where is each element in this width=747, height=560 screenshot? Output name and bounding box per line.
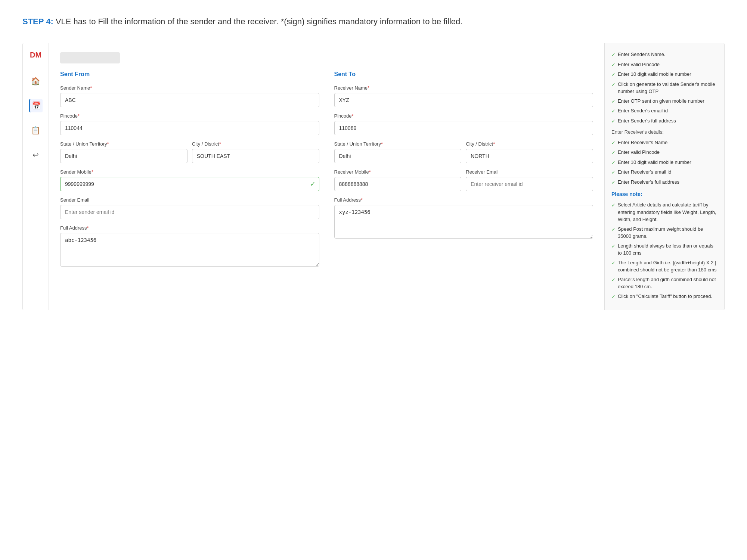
check-text: Enter Receiver's email id bbox=[618, 168, 671, 176]
check-text: Enter valid Pincode bbox=[618, 61, 660, 68]
sender-address-group: Full Address* abc-123456 bbox=[60, 225, 319, 268]
receiver-check-item: ✓Enter 10 digit valid mobile number bbox=[611, 159, 717, 167]
form-columns: Sent From Sender Name* Pincode* bbox=[60, 71, 593, 274]
check-text: Enter 10 digit valid mobile number bbox=[618, 159, 691, 166]
receiver-state-city-group: State / Union Territory* City / District… bbox=[334, 141, 593, 169]
sender-email-input[interactable] bbox=[60, 205, 319, 219]
check-tick: ✓ bbox=[611, 139, 616, 147]
note-item: ✓Select Article details and calculate ta… bbox=[611, 201, 717, 223]
receiver-city-input[interactable] bbox=[466, 149, 593, 163]
sender-pincode-label: Pincode* bbox=[60, 113, 319, 119]
sidebar-logo: DM bbox=[30, 51, 41, 59]
note-text: Speed Post maximum weight should be 3500… bbox=[618, 225, 717, 240]
receiver-name-label: Receiver Name* bbox=[334, 85, 593, 91]
note-text: Parcel's length and girth combined shoul… bbox=[618, 276, 717, 290]
step-text: VLE has to Fill the information of the s… bbox=[56, 17, 463, 26]
check-tick: ✓ bbox=[611, 98, 616, 105]
sent-to-column: Sent To Receiver Name* Pincode* bbox=[334, 71, 593, 274]
check-tick: ✓ bbox=[611, 276, 616, 284]
sender-name-label: Sender Name* bbox=[60, 85, 319, 91]
receiver-check-item: ✓Enter Receiver's Name bbox=[611, 139, 717, 147]
check-text: Enter Sender's Name. bbox=[618, 51, 666, 58]
receiver-address-label: Full Address* bbox=[334, 197, 593, 203]
check-tick: ✓ bbox=[611, 118, 616, 125]
sidebar: DM 🏠 📅 📋 ↩ bbox=[23, 43, 49, 310]
check-tick: ✓ bbox=[611, 202, 616, 209]
sidebar-icon-calendar[interactable]: 📅 bbox=[29, 99, 43, 112]
check-tick: ✓ bbox=[611, 259, 616, 267]
receiver-city-label: City / District* bbox=[466, 141, 593, 147]
check-text: Enter Sender's email id bbox=[618, 107, 668, 115]
sender-city-input[interactable] bbox=[192, 149, 319, 163]
right-panel: ✓Enter Sender's Name.✓Enter valid Pincod… bbox=[605, 43, 724, 310]
sender-name-group: Sender Name* bbox=[60, 85, 319, 107]
check-tick: ✓ bbox=[611, 293, 616, 301]
receiver-address-group: Full Address* xyz-123456 bbox=[334, 197, 593, 240]
receiver-mobile-label: Receiver Mobile* bbox=[334, 169, 462, 175]
sender-mobile-label: Sender Mobile* bbox=[60, 169, 319, 175]
check-tick: ✓ bbox=[611, 179, 616, 186]
step-header: STEP 4: VLE has to Fill the information … bbox=[22, 15, 725, 28]
sender-check-item: ✓Enter Sender's Name. bbox=[611, 51, 717, 59]
form-section: Sent From Sender Name* Pincode* bbox=[49, 43, 605, 310]
check-text: Enter Sender's full address bbox=[618, 117, 676, 125]
receiver-pincode-label: Pincode* bbox=[334, 113, 593, 119]
sender-pincode-input[interactable] bbox=[60, 121, 319, 135]
sender-state-group: State / Union Territory* bbox=[60, 141, 187, 163]
receiver-address-input[interactable]: xyz-123456 bbox=[334, 205, 593, 239]
sender-email-group: Sender Email bbox=[60, 197, 319, 219]
sender-check-item: ✓Enter Sender's email id bbox=[611, 107, 717, 115]
note-item: ✓The Length and Girth i.e. [(width+heigh… bbox=[611, 259, 717, 274]
check-text: Enter Receiver's Name bbox=[618, 139, 667, 146]
check-tick: ✓ bbox=[611, 108, 616, 115]
sender-mobile-input[interactable] bbox=[60, 177, 319, 191]
note-item: ✓Speed Post maximum weight should be 350… bbox=[611, 225, 717, 240]
note-text: Click on "Calculate Tariff" button to pr… bbox=[618, 293, 712, 300]
check-tick: ✓ bbox=[611, 61, 616, 69]
note-text: The Length and Girth i.e. [(width+height… bbox=[618, 259, 717, 274]
receiver-check-item: ✓Enter Receiver's full address bbox=[611, 178, 717, 186]
sender-check-item: ✓Enter Sender's full address bbox=[611, 117, 717, 125]
receiver-email-input[interactable] bbox=[466, 177, 593, 191]
check-tick: ✓ bbox=[611, 226, 616, 233]
receiver-state-input[interactable] bbox=[334, 149, 462, 163]
sender-address-input[interactable]: abc-123456 bbox=[60, 233, 319, 267]
sender-check-item: ✓Click on generate to validate Sender's … bbox=[611, 81, 717, 95]
content-area: Sent From Sender Name* Pincode* bbox=[49, 43, 724, 310]
note-item: ✓Length should always be less than or eq… bbox=[611, 242, 717, 257]
receiver-state-label: State / Union Territory* bbox=[334, 141, 462, 147]
check-tick: ✓ bbox=[611, 159, 616, 167]
receiver-check-item: ✓Enter valid Pincode bbox=[611, 149, 717, 156]
receiver-mobile-input[interactable] bbox=[334, 177, 462, 191]
sender-email-label: Sender Email bbox=[60, 197, 319, 203]
receiver-pincode-group: Pincode* bbox=[334, 113, 593, 135]
receiver-name-input[interactable] bbox=[334, 93, 593, 107]
sidebar-icon-home[interactable]: 🏠 bbox=[29, 74, 43, 88]
sender-state-input[interactable] bbox=[60, 149, 187, 163]
check-text: Enter OTP sent on given mobile number bbox=[618, 97, 704, 105]
receiver-pincode-input[interactable] bbox=[334, 121, 593, 135]
top-bar-placeholder bbox=[60, 52, 120, 63]
sender-state-label: State / Union Territory* bbox=[60, 141, 187, 147]
note-text: Select Article details and calculate tar… bbox=[618, 201, 717, 223]
note-text: Length should always be less than or equ… bbox=[618, 242, 717, 257]
sender-name-input[interactable] bbox=[60, 93, 319, 107]
check-text: Enter Receiver's full address bbox=[618, 178, 679, 186]
sidebar-icon-back[interactable]: ↩ bbox=[29, 148, 43, 162]
receiver-email-label: Receiver Email bbox=[466, 169, 593, 175]
sender-checks-container: ✓Enter Sender's Name.✓Enter valid Pincod… bbox=[611, 51, 717, 125]
check-tick: ✓ bbox=[611, 243, 616, 250]
mobile-verified-icon: ✓ bbox=[310, 180, 316, 188]
step-label: STEP 4: bbox=[22, 17, 53, 26]
sender-pincode-group: Pincode* bbox=[60, 113, 319, 135]
check-tick: ✓ bbox=[611, 81, 616, 88]
sender-check-item: ✓Enter valid Pincode bbox=[611, 61, 717, 69]
sidebar-icon-document[interactable]: 📋 bbox=[29, 124, 43, 137]
sender-address-label: Full Address* bbox=[60, 225, 319, 231]
receiver-city-group: City / District* bbox=[466, 141, 593, 163]
receiver-email-group: Receiver Email bbox=[466, 169, 593, 191]
receiver-name-group: Receiver Name* bbox=[334, 85, 593, 107]
check-text: Click on generate to validate Sender's m… bbox=[618, 81, 717, 95]
page-wrapper: STEP 4: VLE has to Fill the information … bbox=[0, 0, 747, 325]
notes-container: ✓Select Article details and calculate ta… bbox=[611, 201, 717, 300]
